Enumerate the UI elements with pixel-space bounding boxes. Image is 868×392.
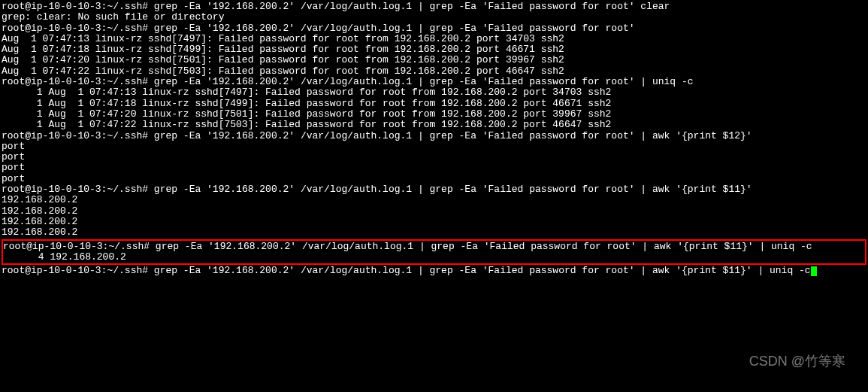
uniq-output: 1 Aug 1 07:47:22 linux-rz sshd[7503]: Fa… [2,120,866,130]
terminal-line: root@ip-10-0-10-3:~/.ssh# grep -Ea '192.… [2,184,866,195]
ip-output: 192.168.200.2 [2,227,866,238]
error-output: grep: clear: No such file or directory [2,12,866,23]
log-output: Aug 1 07:47:22 linux-rz sshd[7503]: Fail… [2,66,866,77]
port-output: port [2,174,866,184]
highlighted-section: root@ip-10-0-10-3:~/.ssh# grep -Ea '192.… [2,239,866,266]
port-output: port [2,163,866,173]
uniq-output: 1 Aug 1 07:47:13 linux-rz sshd[7497]: Fa… [2,87,866,98]
port-output: port [2,152,866,163]
uniq-output: 1 Aug 1 07:47:18 linux-rz sshd[7499]: Fa… [2,99,866,109]
terminal-line[interactable]: root@ip-10-0-10-3:~/.ssh# grep -Ea '192.… [2,266,866,276]
terminal-line: root@ip-10-0-10-3:~/.ssh# grep -Ea '192.… [2,23,866,34]
terminal-line: root@ip-10-0-10-3:~/.ssh# grep -Ea '192.… [2,2,866,12]
uniq-result: 4 192.168.200.2 [3,252,865,263]
watermark: CSDN @竹等寒 [749,354,845,369]
ip-output: 192.168.200.2 [2,195,866,205]
port-output: port [2,141,866,152]
log-output: Aug 1 07:47:20 linux-rz sshd[7501]: Fail… [2,55,866,65]
log-output: Aug 1 07:47:18 linux-rz sshd[7499]: Fail… [2,44,866,55]
log-output: Aug 1 07:47:13 linux-rz sshd[7497]: Fail… [2,34,866,44]
terminal-line: root@ip-10-0-10-3:~/.ssh# grep -Ea '192.… [2,77,866,87]
uniq-output: 1 Aug 1 07:47:20 linux-rz sshd[7501]: Fa… [2,109,866,120]
terminal-line: root@ip-10-0-10-3:~/.ssh# grep -Ea '192.… [2,131,866,141]
cursor [811,266,817,276]
ip-output: 192.168.200.2 [2,206,866,217]
ip-output: 192.168.200.2 [2,217,866,227]
terminal-line: root@ip-10-0-10-3:~/.ssh# grep -Ea '192.… [3,242,865,252]
